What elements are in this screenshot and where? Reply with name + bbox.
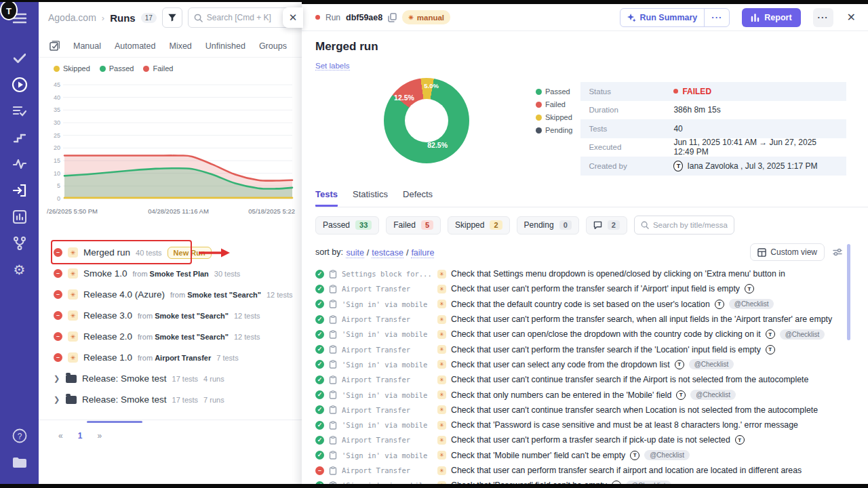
suite-name[interactable]: Airport Transfer [342, 375, 433, 384]
test-row[interactable]: ✓ Airport Transfer ✳ Check that user can… [315, 342, 868, 357]
steps-icon[interactable] [11, 129, 28, 146]
report-button[interactable]: Report [742, 8, 800, 27]
tests-search[interactable] [634, 216, 734, 235]
test-row[interactable]: – Airport Transfer ✳ Check that user can… [315, 463, 868, 478]
test-row[interactable]: ✓ 'Sign in' via mobile ✳ Check that 'Mob… [315, 448, 868, 463]
suite-name[interactable]: Settings block for... [342, 270, 433, 278]
chevron-right-icon[interactable]: ❯ [54, 374, 60, 383]
folder-name[interactable]: Release: Smoke test [82, 373, 167, 384]
breadcrumb-project[interactable]: Agoda.com [48, 12, 96, 23]
suite-name[interactable]: Airport Transfer [342, 346, 433, 354]
run-name[interactable]: Release 2.0 [83, 331, 132, 342]
chip-failed[interactable]: Failed5 [386, 216, 441, 235]
user-avatar[interactable]: T [0, 0, 18, 20]
test-row[interactable]: ✓ Airport Transfer ✳ Check that user can… [315, 432, 868, 447]
test-title[interactable]: Check that 'Mobile number' field can't b… [451, 451, 625, 460]
test-row[interactable]: ✓ 'Sign in' via mobile ✳ Check that user… [315, 357, 868, 372]
run-name[interactable]: Release 3.0 [83, 310, 132, 321]
custom-view-button[interactable]: Custom view [750, 243, 825, 261]
test-row[interactable]: ✓ Airport Transfer ✳ Check that user can… [315, 312, 868, 327]
chip-skipped[interactable]: Skipped2 [448, 216, 510, 235]
test-row[interactable]: ✓ 'Sign in' via mobile ✳ Check that the … [315, 297, 868, 312]
suite-name[interactable]: 'Sign in' via mobile [342, 391, 433, 399]
suite-name[interactable]: Airport Transfer [342, 436, 433, 444]
test-title[interactable]: Check that user can't perform the transf… [451, 345, 761, 354]
run-row[interactable]: – ✳ Smoke 1.0from Smoke Test Plan30 test… [39, 263, 302, 284]
tab-defects[interactable]: Defects [403, 189, 433, 207]
test-title[interactable]: Check that user can't perform the transf… [451, 314, 832, 324]
test-title[interactable]: Check that user can't perform a trasfer … [451, 435, 730, 445]
sort-link-failure[interactable]: failure [411, 248, 434, 258]
test-title[interactable]: Check that the default country code is s… [451, 300, 710, 309]
test-title[interactable]: Check that user can't continue transfer … [451, 405, 818, 415]
sign-in-icon[interactable] [11, 182, 28, 199]
tab-manual[interactable]: Manual [73, 41, 101, 51]
test-title[interactable]: Check that user can select any code from… [451, 360, 670, 369]
tag-badge[interactable]: @Checklist [729, 299, 774, 309]
more-options-button[interactable]: ··· [813, 8, 833, 27]
run-summary-button[interactable]: Run Summary [620, 9, 705, 26]
chip-passed[interactable]: Passed33 [315, 216, 379, 235]
tag-badge[interactable]: @Checklist [780, 329, 825, 340]
run-row[interactable]: – ✳ Release 2.0from Smoke test "Search"1… [39, 326, 302, 347]
vertical-scrollbar[interactable] [847, 244, 850, 340]
activity-icon[interactable] [11, 155, 28, 173]
run-name[interactable]: Release 1.0 [83, 352, 132, 363]
test-row[interactable]: ✓ Airport Transfer ✳ Check that user can… [315, 281, 868, 296]
drawer-close-button[interactable]: ✕ [283, 7, 303, 28]
test-title[interactable]: Check that user can't continue transfer … [451, 375, 808, 384]
test-title[interactable]: Check that user can open/close the dropd… [451, 329, 761, 339]
suite-name[interactable]: 'Sign in' via mobile [342, 451, 433, 460]
folder-row[interactable]: ❯ Release: Smoke test 17 tests 4 runs [39, 368, 302, 389]
run-row[interactable]: – ✳ Release 1.0from Airport Transfer7 te… [39, 347, 302, 368]
run-row[interactable]: – ✳ Release 3.0from Smoke test "Search"1… [39, 305, 302, 326]
test-row[interactable]: ✓ Airport Transfer ✳ Check that user can… [315, 372, 868, 387]
chip-pending[interactable]: Pending0 [517, 216, 579, 235]
suite-name[interactable]: 'Sign in' via mobile [342, 330, 433, 338]
tab-unfinished[interactable]: Unfinished [205, 41, 245, 51]
help-icon[interactable]: ? [11, 427, 28, 445]
suite-name[interactable]: 'Sign in' via mobile [342, 300, 433, 308]
test-title[interactable]: Check that only numbers can be entered i… [451, 390, 671, 400]
suite-name[interactable]: 'Sign in' via mobile [342, 421, 433, 429]
copy-icon[interactable] [388, 13, 397, 22]
test-title[interactable]: Check that user can't perform the transf… [451, 284, 740, 293]
tab-automated[interactable]: Automated [115, 41, 155, 51]
suite-name[interactable]: Airport Transfer [342, 315, 433, 323]
tab-mixed[interactable]: Mixed [169, 41, 191, 51]
tests-search-input[interactable] [653, 221, 728, 229]
close-icon[interactable]: ✕ [847, 11, 856, 24]
page-next[interactable]: » [97, 431, 102, 441]
suite-name[interactable]: Airport Transfer [342, 466, 433, 474]
list-check-icon[interactable] [11, 102, 28, 120]
folder-row[interactable]: ❯ Release: Smoke test 17 tests 7 runs [39, 389, 302, 410]
sort-link-testcase[interactable]: testcase [372, 248, 403, 258]
page-current[interactable]: 1 [78, 431, 83, 441]
suite-name[interactable]: 'Sign in' via mobile [342, 361, 433, 369]
run-summary-more-button[interactable]: ··· [704, 9, 729, 26]
horizontal-scrollbar[interactable] [87, 421, 142, 423]
run-name[interactable]: Merged run [83, 247, 130, 258]
filter-button[interactable] [162, 7, 182, 28]
branch-icon[interactable] [11, 235, 28, 252]
test-title[interactable]: Check that Settings menu dropdown is ope… [451, 269, 785, 279]
bar-chart-icon[interactable] [11, 208, 28, 226]
tag-badge[interactable]: @Checklist [690, 390, 736, 400]
run-name[interactable]: Smoke 1.0 [83, 268, 127, 279]
runs-search[interactable] [188, 7, 290, 28]
gear-icon[interactable]: ⚙ [11, 261, 28, 279]
folder-name[interactable]: Release: Smoke test [82, 394, 167, 405]
check-icon[interactable] [11, 49, 28, 67]
tag-badge[interactable]: @Checklist [644, 450, 690, 460]
folder-icon[interactable] [11, 453, 28, 471]
set-labels-link[interactable]: Set labels [315, 62, 350, 70]
tab-statistics[interactable]: Statistics [353, 189, 388, 207]
tab-tests[interactable]: Tests [315, 189, 338, 207]
tag-badge[interactable]: @Checklist [689, 359, 734, 369]
page-prev[interactable]: « [58, 431, 63, 441]
select-all-icon[interactable] [50, 41, 60, 51]
test-title[interactable]: Check that user can perform transfer sea… [451, 466, 802, 475]
test-row[interactable]: ✓ 'Sign in' via mobile ✳ Check that 'Pas… [315, 418, 868, 432]
test-row[interactable]: ✓ 'Sign in' via mobile ✳ Check that user… [315, 327, 868, 342]
sliders-icon[interactable] [833, 248, 842, 256]
